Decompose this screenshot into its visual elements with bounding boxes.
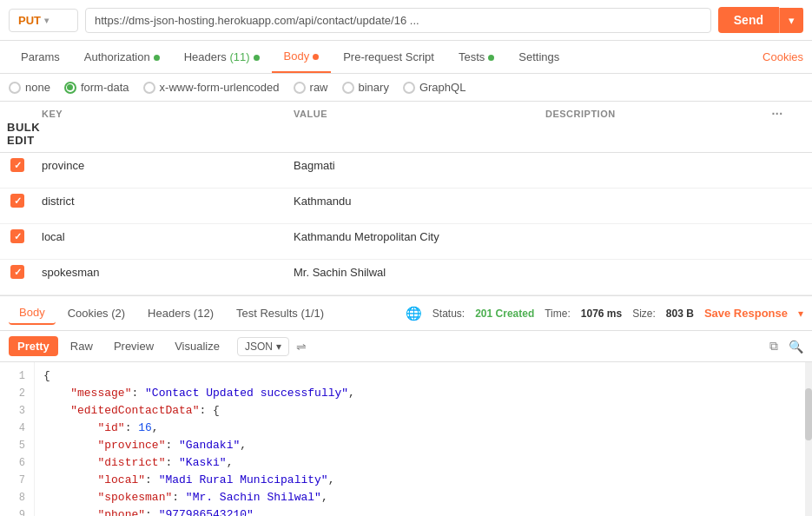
raw-button[interactable]: Raw bbox=[62, 336, 102, 356]
row-4-value[interactable]: Mr. Sachin Shilwal bbox=[287, 261, 538, 284]
row-1-description[interactable] bbox=[538, 160, 743, 170]
radio-graphql bbox=[403, 82, 415, 94]
body-type-binary-label: binary bbox=[359, 81, 389, 94]
row-4-key[interactable]: spokesman bbox=[35, 261, 287, 284]
url-input[interactable] bbox=[85, 8, 711, 33]
pretty-button[interactable]: Pretty bbox=[9, 336, 58, 356]
resp-tab-body[interactable]: Body bbox=[9, 301, 56, 325]
row-2-description[interactable] bbox=[538, 195, 743, 206]
row-1-value[interactable]: Bagmati bbox=[287, 154, 538, 177]
cookies-link[interactable]: Cookies bbox=[762, 50, 803, 63]
table-row: spokesman Mr. Sachin Shilwal bbox=[0, 260, 812, 295]
save-response-button[interactable]: Save Response bbox=[704, 307, 788, 320]
body-type-tabs: none form-data x-www-form-urlencoded raw… bbox=[0, 74, 812, 102]
scrollbar-thumb[interactable] bbox=[805, 388, 812, 440]
code-area: 1 2 3 4 5 6 7 8 9 10 11 12 { "message": … bbox=[0, 362, 812, 516]
table-row: district Kathmandu bbox=[0, 189, 812, 224]
tab-authorization[interactable]: Authorization bbox=[72, 42, 172, 72]
row-2-checkbox[interactable] bbox=[10, 194, 24, 208]
body-type-urlencoded[interactable]: x-www-form-urlencoded bbox=[143, 81, 280, 94]
body-type-none[interactable]: none bbox=[9, 81, 50, 94]
row-1-checkbox[interactable] bbox=[10, 158, 24, 172]
bulk-edit-button[interactable]: Bulk Edit bbox=[0, 121, 35, 147]
code-line-5: "province": "Gandaki", bbox=[43, 437, 803, 454]
status-info: 🌐 Status: 201 Created Time: 1076 ms Size… bbox=[406, 306, 803, 321]
copy-icon[interactable]: ⧉ bbox=[769, 339, 778, 354]
row-1-options bbox=[743, 160, 812, 170]
scrollbar[interactable] bbox=[805, 362, 812, 516]
line-num-9: 9 bbox=[9, 506, 25, 516]
col-options[interactable]: ··· bbox=[743, 107, 812, 121]
row-4-description[interactable] bbox=[538, 267, 743, 277]
row-4-bulk bbox=[0, 284, 35, 294]
line-num-5: 5 bbox=[9, 437, 25, 454]
resp-tab-testresults[interactable]: Test Results (1/1) bbox=[226, 302, 334, 324]
globe-icon: 🌐 bbox=[406, 306, 422, 321]
format-arrow-icon: ▾ bbox=[276, 341, 281, 353]
save-response-arrow[interactable]: ▾ bbox=[798, 308, 803, 320]
line-num-2: 2 bbox=[9, 385, 25, 402]
method-select[interactable]: PUT ▾ bbox=[9, 9, 78, 32]
status-label: Status: bbox=[432, 308, 465, 320]
radio-raw bbox=[294, 82, 306, 94]
auth-dot bbox=[154, 55, 160, 61]
radio-none bbox=[9, 82, 21, 94]
tab-tests[interactable]: Tests bbox=[446, 42, 506, 72]
tab-params[interactable]: Params bbox=[9, 42, 72, 72]
radio-urlencoded bbox=[143, 82, 155, 94]
code-line-8: "spokesman": "Mr. Sachin Shilwal", bbox=[43, 489, 803, 506]
nav-tabs: Params Authorization Headers (11) Body P… bbox=[0, 41, 812, 74]
row-3-bulk bbox=[0, 248, 35, 259]
resp-tab-cookies[interactable]: Cookies (2) bbox=[57, 302, 135, 324]
row-3-value[interactable]: Kathmandu Metropolitan City bbox=[287, 225, 538, 248]
body-dot bbox=[313, 54, 319, 60]
format-select[interactable]: JSON ▾ bbox=[237, 337, 289, 356]
code-line-9: "phone": "977986543210", bbox=[43, 506, 803, 516]
wrap-icon[interactable]: ⇌ bbox=[296, 340, 307, 354]
line-num-7: 7 bbox=[9, 472, 25, 489]
radio-binary bbox=[342, 82, 354, 94]
code-line-4: "id": 16, bbox=[43, 420, 803, 437]
row-2-key[interactable]: district bbox=[35, 189, 287, 213]
send-dropdown-button[interactable]: ▾ bbox=[779, 8, 803, 33]
tab-settings[interactable]: Settings bbox=[506, 42, 571, 72]
radio-formdata bbox=[64, 82, 76, 94]
body-type-urlencoded-label: x-www-form-urlencoded bbox=[160, 81, 280, 94]
headers-dot bbox=[254, 55, 260, 61]
body-type-graphql-label: GraphQL bbox=[419, 81, 465, 94]
url-bar: PUT ▾ Send ▾ bbox=[0, 0, 812, 41]
body-type-graphql[interactable]: GraphQL bbox=[403, 81, 465, 94]
body-type-raw[interactable]: raw bbox=[294, 81, 328, 94]
body-type-none-label: none bbox=[25, 81, 50, 94]
tab-prerequest[interactable]: Pre-request Script bbox=[331, 42, 446, 72]
row-2-value[interactable]: Kathmandu bbox=[287, 189, 538, 213]
row-2-options bbox=[743, 195, 812, 206]
search-icon[interactable]: 🔍 bbox=[789, 340, 803, 354]
row-1-bulk bbox=[0, 177, 35, 188]
format-label: JSON bbox=[245, 341, 273, 353]
line-num-8: 8 bbox=[9, 489, 25, 506]
line-num-3: 3 bbox=[9, 402, 25, 420]
table-header: KEY VALUE DESCRIPTION ··· Bulk Edit bbox=[0, 102, 812, 153]
col-key: KEY bbox=[35, 109, 287, 119]
line-num-4: 4 bbox=[9, 420, 25, 437]
row-3-checkbox[interactable] bbox=[10, 229, 24, 243]
method-label: PUT bbox=[18, 14, 41, 27]
tab-headers[interactable]: Headers (11) bbox=[172, 42, 272, 72]
row-4-checkbox[interactable] bbox=[10, 265, 24, 279]
table-row: province Bagmati bbox=[0, 153, 812, 189]
code-line-1: { bbox=[43, 367, 803, 385]
body-type-binary[interactable]: binary bbox=[342, 81, 389, 94]
resp-tab-headers[interactable]: Headers (12) bbox=[137, 302, 224, 324]
time-value: 1076 ms bbox=[581, 308, 622, 320]
preview-button[interactable]: Preview bbox=[105, 336, 162, 356]
body-type-formdata[interactable]: form-data bbox=[64, 81, 129, 94]
row-3-key[interactable]: local bbox=[35, 225, 287, 248]
send-button[interactable]: Send bbox=[718, 7, 779, 33]
row-1-key[interactable]: province bbox=[35, 154, 287, 177]
tab-body[interactable]: Body bbox=[272, 41, 332, 73]
status-value: 201 Created bbox=[475, 308, 534, 320]
row-3-description[interactable] bbox=[538, 231, 743, 241]
code-line-3: "editedContactData": { bbox=[43, 402, 803, 420]
visualize-button[interactable]: Visualize bbox=[166, 336, 228, 356]
